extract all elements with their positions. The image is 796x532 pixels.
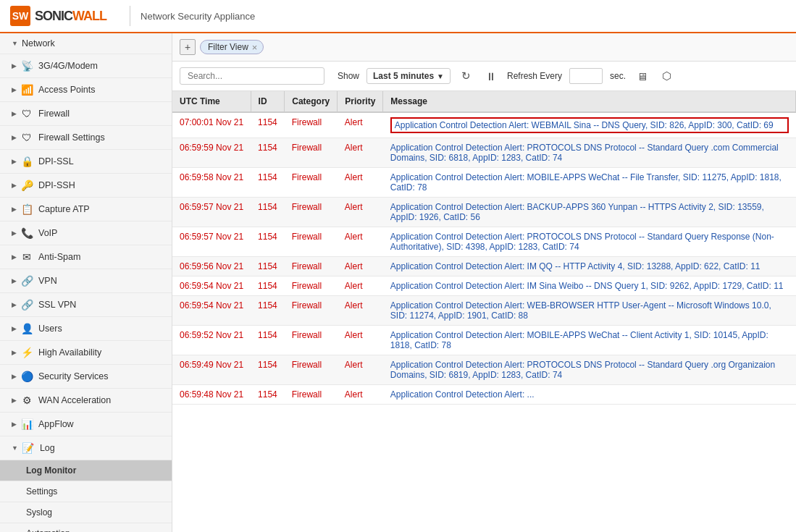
cell-time: 06:59:54 Nov 21 — [172, 276, 251, 296]
cell-category: Firewall — [285, 385, 338, 405]
sidebar-item-appflow[interactable]: ▶📊AppFlow — [0, 413, 172, 436]
sidebar-item-label: DPI-SSL — [38, 156, 74, 166]
sidebar-item-firewall-settings[interactable]: ▶🛡Firewall Settings — [0, 126, 172, 150]
ha-icon: ⚡ — [20, 346, 33, 359]
cell-category: Firewall — [285, 355, 338, 385]
cell-message: Application Control Detection Alert: WEB… — [383, 296, 796, 326]
sidebar-item-capture-atp[interactable]: ▶📋Capture ATP — [0, 198, 172, 221]
table-row[interactable]: 06:59:57 Nov 211154FirewallAlertApplicat… — [172, 227, 796, 257]
sidebar-item-automation[interactable]: Automation — [0, 523, 172, 532]
arrow-icon: ▶ — [12, 277, 17, 284]
antispam-icon: ✉ — [20, 250, 33, 263]
cell-id: 1154 — [251, 168, 285, 198]
refresh-icon-button[interactable]: ↻ — [458, 67, 475, 85]
cell-category: Firewall — [285, 227, 338, 257]
sidebar-item-access-points[interactable]: ▶📶Access Points — [0, 78, 172, 102]
sidebar-item-log[interactable]: ▼📝Log — [0, 436, 172, 460]
sidebar-item-label: High Availability — [38, 347, 101, 358]
sidebar-item-log-monitor[interactable]: Log Monitor — [0, 460, 172, 481]
col-priority: Priority — [338, 91, 383, 112]
display-icon-button[interactable]: 🖥 — [633, 67, 650, 85]
arrow-icon: ▶ — [12, 301, 17, 308]
cell-id: 1154 — [251, 227, 285, 257]
sidebar-item-label: 3G/4G/Modem — [38, 61, 98, 71]
filter-tag-close[interactable]: × — [252, 43, 258, 52]
arrow-icon: ▶ — [12, 325, 17, 332]
sidebar-item-label: Log Monitor — [26, 465, 76, 476]
table-row[interactable]: 06:59:59 Nov 211154FirewallAlertApplicat… — [172, 138, 796, 168]
filter-tag-label: Filter View — [208, 42, 248, 52]
search-input[interactable] — [180, 67, 324, 85]
time-select[interactable]: Last 5 minutes ▼ — [366, 68, 451, 84]
cell-id: 1154 — [251, 198, 285, 227]
table-row[interactable]: 06:59:56 Nov 211154FirewallAlertApplicat… — [172, 257, 796, 276]
sidebar-item-wan-acceleration[interactable]: ▶⚙WAN Acceleration — [0, 389, 172, 413]
sidebar-item-vpn[interactable]: ▶🔗VPN — [0, 269, 172, 293]
logo-text: SONICWALL — [35, 9, 106, 24]
header-title: Network Security Appliance — [141, 11, 255, 22]
filter-tag: Filter View × — [200, 40, 264, 54]
table-row[interactable]: 06:59:49 Nov 211154FirewallAlertApplicat… — [172, 355, 796, 385]
arrow-icon: ▼ — [12, 444, 18, 452]
sidebar-item-anti-spam[interactable]: ▶✉Anti-Spam — [0, 245, 172, 269]
table-row[interactable]: 06:59:57 Nov 211154FirewallAlertApplicat… — [172, 198, 796, 227]
sidebar-item-ssl-vpn[interactable]: ▶🔗SSL VPN — [0, 293, 172, 317]
arrow-icon: ▶ — [12, 86, 17, 93]
table-row[interactable]: 06:59:54 Nov 211154FirewallAlertApplicat… — [172, 276, 796, 296]
cell-message: Application Control Detection Alert: PRO… — [383, 138, 796, 168]
pause-icon-button[interactable]: ⏸ — [482, 67, 500, 85]
sidebar-item-firewall[interactable]: ▶🛡Firewall — [0, 102, 172, 126]
cell-priority: Alert — [338, 355, 383, 385]
sidebar-item-dpi-ssl[interactable]: ▶🔒DPI-SSL — [0, 150, 172, 174]
cell-priority: Alert — [338, 276, 383, 296]
cell-id: 1154 — [251, 326, 285, 355]
refresh-interval-input[interactable]: 600 — [569, 68, 603, 84]
table-row[interactable]: 06:59:54 Nov 211154FirewallAlertApplicat… — [172, 296, 796, 326]
table-row[interactable]: 06:59:52 Nov 211154FirewallAlertApplicat… — [172, 326, 796, 355]
cell-time: 06:59:54 Nov 21 — [172, 296, 251, 326]
cell-message: Application Control Detection Alert: BAC… — [383, 198, 796, 227]
cell-category: Firewall — [285, 138, 338, 168]
table-row[interactable]: 06:59:58 Nov 211154FirewallAlertApplicat… — [172, 168, 796, 198]
sidebar-item-settings[interactable]: Settings — [0, 481, 172, 502]
arrow-icon: ▶ — [12, 397, 17, 404]
cell-category: Firewall — [285, 326, 338, 355]
dpi-ssh-icon: 🔑 — [20, 179, 33, 192]
cell-priority: Alert — [338, 112, 383, 138]
sidebar-item-security-services[interactable]: ▶🔵Security Services — [0, 365, 172, 389]
sidebar-item-label: SSL VPN — [38, 300, 76, 310]
sidebar-item-label: Syslog — [26, 507, 52, 518]
cell-time: 06:59:56 Nov 21 — [172, 257, 251, 276]
sidebar-item-label: VoIP — [38, 228, 57, 238]
cell-time: 06:59:57 Nov 21 — [172, 198, 251, 227]
header: SW SONICWALL Network Security Appliance — [0, 0, 796, 33]
cell-priority: Alert — [338, 168, 383, 198]
sidebar-item-high-availability[interactable]: ▶⚡High Availability — [0, 341, 172, 365]
sidebar-item-label: Capture ATP — [38, 204, 90, 214]
appflow-icon: 📊 — [20, 418, 33, 431]
dpi-ssl-icon: 🔒 — [20, 155, 33, 168]
arrow-icon: ▶ — [12, 229, 17, 237]
table-row[interactable]: 07:00:01 Nov 211154FirewallAlertApplicat… — [172, 112, 796, 138]
table-row[interactable]: 06:59:48 Nov 211154FirewallAlertApplicat… — [172, 385, 796, 405]
arrow-icon: ▶ — [12, 206, 17, 213]
sidebar-item-label: WAN Acceleration — [38, 395, 111, 405]
cell-priority: Alert — [338, 227, 383, 257]
sidebar-item-voip[interactable]: ▶📞VoIP — [0, 221, 172, 245]
cell-priority: Alert — [338, 138, 383, 168]
export-icon-button[interactable]: ⬡ — [658, 67, 675, 85]
table-header: UTC Time ID Category Priority Message — [172, 91, 796, 112]
cell-category: Firewall — [285, 112, 338, 138]
filter-add-button[interactable]: + — [180, 39, 196, 55]
sidebar-item-label: Access Points — [38, 85, 96, 95]
sidebar-item-network[interactable]: ▼Network — [0, 33, 172, 54]
sidebar-item-modem[interactable]: ▶📡3G/4G/Modem — [0, 54, 172, 78]
main-content: + Filter View × Show Last 5 minutes ▼ ↻ … — [172, 33, 796, 532]
cell-id: 1154 — [251, 257, 285, 276]
sidebar-item-syslog[interactable]: Syslog — [0, 502, 172, 523]
sidebar-item-users[interactable]: ▶👤Users — [0, 317, 172, 341]
sidebar-item-dpi-ssh[interactable]: ▶🔑DPI-SSH — [0, 174, 172, 198]
arrow-icon: ▶ — [12, 182, 17, 189]
sec-label: sec. — [610, 71, 626, 81]
table-body: 07:00:01 Nov 211154FirewallAlertApplicat… — [172, 112, 796, 405]
